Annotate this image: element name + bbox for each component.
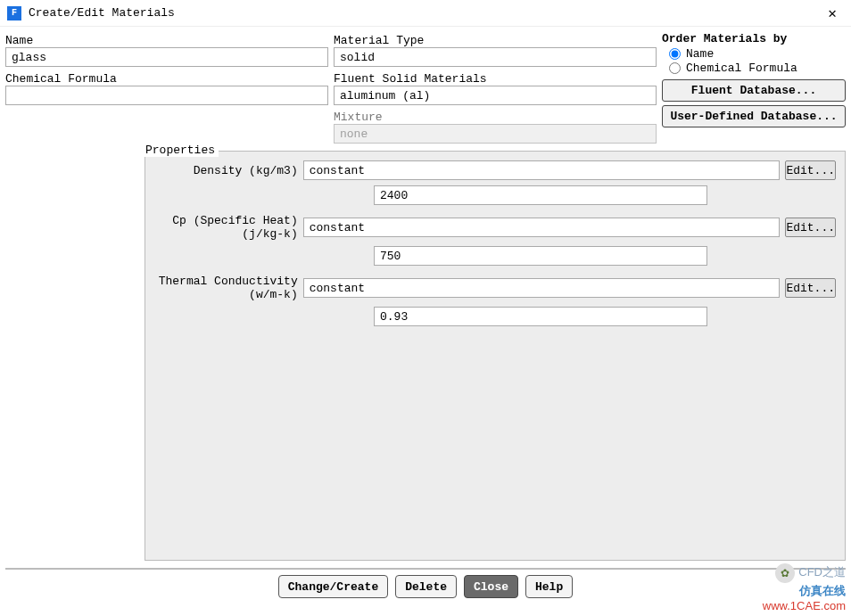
close-button[interactable]: Close <box>464 575 518 598</box>
change-create-button[interactable]: Change/Create <box>278 575 388 598</box>
density-label: Density (kg/m3) <box>154 164 303 177</box>
order-by-name-row[interactable]: Name <box>669 47 846 61</box>
order-by-formula-radio[interactable] <box>669 62 681 74</box>
material-type-dropdown[interactable]: solid <box>334 47 657 67</box>
cp-value-input[interactable] <box>374 246 707 266</box>
mixture-dropdown: none <box>334 124 657 144</box>
fluent-database-button[interactable]: Fluent Database... <box>662 79 846 102</box>
title-bar: F Create/Edit Materials ✕ <box>0 0 851 27</box>
order-by-name-text: Name <box>686 47 714 61</box>
order-by-formula-row[interactable]: Chemical Formula <box>669 62 846 75</box>
cp-label: Cp (Specific Heat) (j/kg-k) <box>154 214 303 241</box>
mixture-label: Mixture <box>334 111 657 124</box>
solid-materials-dropdown[interactable]: aluminum (al) <box>334 86 657 105</box>
material-type-label: Material Type <box>334 34 657 47</box>
help-button[interactable]: Help <box>525 575 573 598</box>
formula-input[interactable] <box>5 86 328 105</box>
density-method-dropdown[interactable]: constant <box>303 160 781 180</box>
name-label: Name <box>5 34 328 47</box>
thermal-conductivity-method-dropdown[interactable]: constant <box>303 278 781 298</box>
density-value-input[interactable] <box>374 185 707 205</box>
cp-edit-button[interactable]: Edit... <box>785 218 836 237</box>
properties-legend: Properties <box>142 144 219 157</box>
order-by-label: Order Materials by <box>662 32 846 45</box>
window-title: Create/Edit Materials <box>29 6 821 20</box>
density-edit-button[interactable]: Edit... <box>785 160 836 180</box>
thermal-conductivity-value-input[interactable] <box>374 307 707 326</box>
order-by-name-radio[interactable] <box>669 48 681 60</box>
formula-label: Chemical Formula <box>5 72 328 86</box>
thermal-conductivity-label: Thermal Conductivity (w/m-k) <box>154 275 303 301</box>
delete-button[interactable]: Delete <box>395 575 457 598</box>
user-defined-database-button[interactable]: User-Defined Database... <box>662 105 846 127</box>
bottom-button-bar: Change/Create Delete Close Help <box>5 568 846 605</box>
close-icon[interactable]: ✕ <box>821 3 844 24</box>
order-by-formula-text: Chemical Formula <box>686 62 797 75</box>
properties-panel: Properties Density (kg/m3) constant Edit… <box>145 151 846 561</box>
cp-method-dropdown[interactable]: constant <box>303 218 781 237</box>
solid-materials-label: Fluent Solid Materials <box>334 72 657 86</box>
app-icon: F <box>7 6 21 21</box>
thermal-conductivity-edit-button[interactable]: Edit... <box>785 278 836 298</box>
name-input[interactable] <box>5 47 328 67</box>
